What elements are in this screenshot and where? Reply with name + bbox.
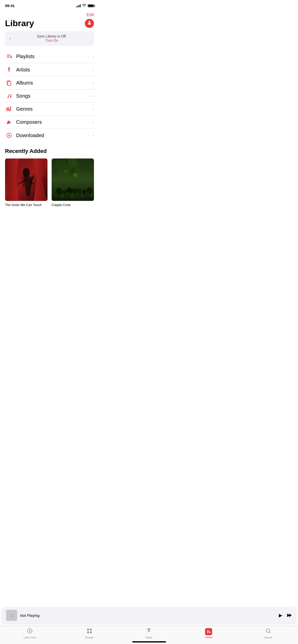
recently-added-section: Recently Added — [0, 142, 99, 210]
header: Edit — [0, 9, 99, 18]
svg-point-45 — [85, 191, 89, 197]
library-item-songs[interactable]: Songs › — [5, 90, 99, 103]
svg-point-43 — [75, 192, 79, 197]
album-art-1 — [5, 158, 48, 201]
album-art-2 — [52, 158, 94, 201]
genres-chevron: › — [93, 107, 94, 111]
svg-rect-11 — [8, 82, 11, 86]
sync-close-button[interactable]: × — [9, 36, 11, 41]
downloaded-chevron: › — [93, 133, 94, 138]
library-item-composers[interactable]: Composers › — [5, 116, 99, 129]
genres-label: Genres — [16, 106, 93, 112]
playlists-icon — [5, 53, 13, 59]
status-time: 09:41 — [5, 4, 15, 8]
svg-point-12 — [8, 97, 9, 98]
library-item-albums[interactable]: Albums › — [5, 76, 99, 90]
svg-point-22 — [7, 123, 8, 124]
albums-label: Albums — [16, 80, 93, 86]
album-card-2[interactable]: Cripple Crow — [52, 158, 94, 207]
composers-icon — [5, 119, 13, 125]
svg-point-53 — [64, 170, 67, 173]
library-item-playlists[interactable]: Playlists › — [5, 50, 99, 63]
downloaded-label: Downloaded — [16, 133, 93, 138]
songs-icon — [5, 93, 13, 99]
svg-point-30 — [23, 169, 29, 177]
songs-label: Songs — [16, 93, 93, 99]
library-item-genres[interactable]: Genres › — [5, 103, 99, 116]
wifi-icon — [82, 4, 86, 8]
svg-point-44 — [80, 193, 84, 198]
svg-point-6 — [8, 67, 10, 69]
artists-chevron: › — [93, 67, 94, 72]
svg-point-0 — [89, 21, 90, 23]
svg-rect-1 — [7, 55, 10, 55]
person-icon — [87, 20, 92, 26]
recently-added-title: Recently Added — [5, 148, 94, 154]
page-title: Library — [5, 18, 34, 28]
sync-text: Sync Library is Off. Turn On — [14, 34, 90, 43]
albums-icon — [5, 80, 13, 86]
svg-point-13 — [10, 96, 11, 97]
playlists-chevron: › — [93, 54, 94, 59]
composers-chevron: › — [93, 120, 94, 125]
page-title-row: Library — [0, 18, 99, 31]
albums-grid: The Gods We Can Touch — [5, 158, 94, 207]
battery-icon — [88, 4, 94, 7]
library-item-downloaded[interactable]: Downloaded › — [5, 129, 99, 142]
artists-icon — [5, 67, 13, 73]
sync-banner: × Sync Library is Off. Turn On — [5, 31, 94, 46]
status-bar: 09:41 — [0, 0, 99, 9]
downloaded-icon — [5, 132, 13, 138]
status-icons — [76, 4, 94, 8]
playlists-label: Playlists — [16, 54, 93, 59]
svg-point-19 — [7, 107, 9, 108]
albums-chevron: › — [93, 81, 94, 85]
album-name-1: The Gods We Can Touch — [5, 203, 42, 207]
genres-icon — [5, 106, 13, 112]
signal-bars-icon — [76, 4, 81, 7]
songs-chevron: › — [93, 94, 94, 98]
svg-point-4 — [10, 57, 12, 58]
library-list: Playlists › Artists › Al — [0, 50, 99, 142]
edit-button[interactable]: Edit — [87, 11, 94, 17]
album-card-1[interactable]: The Gods We Can Touch — [5, 158, 48, 207]
svg-point-23 — [9, 123, 10, 124]
library-item-artists[interactable]: Artists › — [5, 63, 99, 76]
artists-label: Artists — [16, 67, 93, 73]
album-name-2: Cripple Crow — [52, 203, 71, 207]
svg-rect-3 — [7, 57, 9, 58]
composers-label: Composers — [16, 119, 93, 125]
svg-point-42 — [70, 193, 75, 198]
svg-line-9 — [8, 71, 10, 71]
svg-point-40 — [60, 193, 64, 198]
svg-point-21 — [10, 107, 11, 108]
account-avatar-button[interactable] — [85, 19, 94, 28]
svg-point-39 — [54, 193, 58, 197]
svg-point-46 — [90, 193, 93, 198]
svg-point-52 — [73, 173, 77, 177]
svg-point-18 — [6, 108, 8, 109]
sync-message: Sync Library is Off. — [14, 34, 90, 38]
sync-turn-on-button[interactable]: Turn On — [45, 38, 58, 43]
svg-point-20 — [9, 109, 10, 110]
svg-rect-2 — [7, 56, 10, 56]
svg-point-41 — [66, 192, 70, 197]
